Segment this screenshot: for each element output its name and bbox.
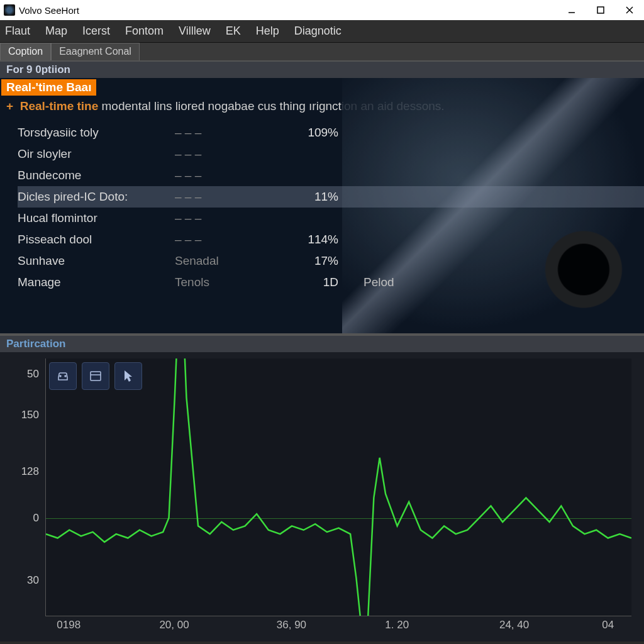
- table-cell: Pelod: [338, 275, 414, 289]
- x-tick-label: 04: [602, 619, 614, 631]
- table-row[interactable]: Dicles pired-IC Doto:– – –11%: [18, 186, 644, 208]
- table-cell: Manage: [18, 275, 175, 289]
- table-cell: Pisseach dool: [18, 233, 175, 247]
- table-cell: Bundecome: [18, 169, 175, 182]
- window-controls: [557, 0, 644, 20]
- table-cell: Sunhave: [18, 254, 175, 268]
- menu-ek[interactable]: EK: [226, 25, 241, 38]
- realtime-badge: Real-'time Baaı: [1, 79, 96, 96]
- chart-toolbar: [49, 362, 142, 390]
- table-cell: Torsdyasiic toly: [18, 126, 175, 140]
- tab-eaagnent-conal[interactable]: Eaagnent Conal: [51, 43, 140, 60]
- table-row[interactable]: Torsdyasiic toly– – –109%: [18, 122, 644, 143]
- svg-rect-1: [597, 7, 604, 13]
- table-cell: Senadal: [175, 254, 269, 268]
- menu-flaut[interactable]: Flaut: [5, 25, 30, 38]
- panel-icon[interactable]: [82, 362, 109, 390]
- table-row[interactable]: Oir sloyler– – –: [18, 143, 644, 165]
- table-cell: 109%: [269, 126, 338, 140]
- y-tick-label: 128: [21, 465, 39, 478]
- x-tick-label: 24, 40: [499, 619, 529, 631]
- close-icon: [625, 6, 634, 14]
- car-front-icon[interactable]: [49, 362, 77, 390]
- app-icon: [4, 4, 15, 16]
- chart-title: Partircation: [0, 336, 644, 352]
- svg-point-5: [65, 375, 66, 377]
- y-tick-label: 150: [21, 409, 39, 421]
- table-row[interactable]: SunhaveSenadal17%: [18, 250, 644, 272]
- chart-y-axis: 50150128030: [10, 358, 42, 616]
- table-row[interactable]: Hucal flomintor– – –: [18, 208, 644, 229]
- x-tick-label: 1. 20: [385, 619, 409, 631]
- table-cell: 17%: [269, 254, 338, 268]
- menu-diagnotic[interactable]: Diagnotic: [294, 25, 341, 38]
- table-cell: 11%: [269, 190, 338, 204]
- x-tick-label: 0198: [57, 619, 80, 631]
- table-row[interactable]: Pisseach dool– – –114%: [18, 229, 644, 250]
- x-tick-label: 36, 90: [277, 619, 306, 631]
- table-cell: Hucal flomintor: [18, 211, 175, 225]
- svg-point-4: [60, 375, 61, 377]
- table-cell: Dicles pired-IC Doto:: [18, 190, 175, 204]
- cursor-icon[interactable]: [114, 362, 142, 390]
- realtime-lead: Real-time tine: [20, 99, 99, 113]
- chart-x-axis: 019820, 0036, 901. 2024, 4004: [45, 619, 631, 635]
- table-cell: – – –: [175, 233, 269, 247]
- tabbar: CoptionEaagnent Conal: [0, 43, 644, 62]
- table-row[interactable]: Bundecome– – –: [18, 165, 644, 186]
- window-title: Volvo SeeHort: [19, 5, 557, 16]
- table-cell: Oir sloyler: [18, 147, 175, 161]
- table-cell: – – –: [175, 169, 269, 182]
- maximize-icon: [596, 6, 605, 14]
- table-row[interactable]: ManageTenols1DPelod: [18, 272, 644, 293]
- y-tick-label: 0: [33, 512, 39, 525]
- menu-map[interactable]: Map: [45, 25, 67, 38]
- parameter-table: Torsdyasiic toly– – –109%Oir sloyler– – …: [0, 119, 644, 293]
- menu-fontom[interactable]: Fontom: [125, 25, 164, 38]
- y-tick-label: 30: [27, 574, 39, 587]
- maximize-button[interactable]: [586, 0, 615, 20]
- menu-help[interactable]: Help: [256, 25, 279, 38]
- menu-villlew[interactable]: Villlew: [179, 25, 211, 38]
- minimize-icon: [567, 6, 576, 14]
- menu-icerst[interactable]: Icerst: [82, 25, 110, 38]
- table-cell: 1D: [269, 275, 338, 289]
- chart-plot-area[interactable]: [45, 358, 631, 616]
- minimize-button[interactable]: [557, 0, 586, 20]
- chart-panel: 50150128030 019820, 0036, 901. 2024, 400…: [0, 352, 644, 641]
- table-cell: – – –: [175, 190, 269, 204]
- window-titlebar: Volvo SeeHort: [0, 0, 644, 20]
- tab-coption[interactable]: Coption: [0, 43, 51, 60]
- x-tick-label: 20, 00: [159, 619, 189, 631]
- close-button[interactable]: [615, 0, 644, 20]
- svg-rect-6: [91, 372, 101, 380]
- expand-plus-icon[interactable]: +: [6, 99, 13, 113]
- main-panel: Real-'time Baaı + Real-time tine modenta…: [0, 78, 644, 336]
- y-tick-label: 50: [27, 368, 39, 380]
- table-cell: 114%: [269, 233, 338, 247]
- table-cell: – – –: [175, 211, 269, 225]
- menubar: FlautMapIcerstFontomVilllewEKHelpDiagnot…: [0, 20, 644, 43]
- chart-trace: [46, 358, 631, 616]
- section-header: For 9 0ptiion: [0, 62, 644, 78]
- table-cell: – – –: [175, 147, 269, 161]
- table-cell: – – –: [175, 126, 269, 140]
- table-cell: Tenols: [175, 275, 269, 289]
